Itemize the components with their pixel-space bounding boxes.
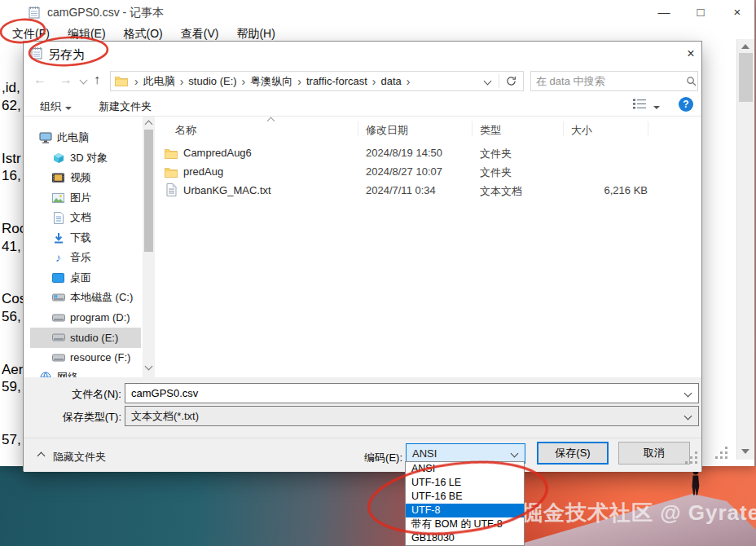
file-name: UrbanKG_MAC.txt (183, 184, 271, 196)
table-row[interactable]: UrbanKG_MAC.txt 2024/7/11 0:34 文本文档 6,21… (159, 182, 680, 200)
dialog-main-area: 此电脑 3D 对象 视频 图片 文档 下载 ♪ (24, 117, 701, 377)
save-button[interactable]: 保存(S) (537, 442, 609, 465)
sidebar-item-drive-e[interactable]: studio (E:) (30, 328, 141, 348)
network-icon (38, 371, 52, 377)
search-box[interactable] (530, 71, 698, 91)
caret-down-icon (653, 106, 660, 109)
dialog-resize-grip[interactable] (685, 461, 688, 464)
sidebar-item-videos[interactable]: 视频 (30, 168, 141, 188)
sidebar-item-drive-d[interactable]: program (D:) (30, 308, 141, 328)
chevron-up-icon[interactable] (37, 452, 46, 460)
breadcrumb-folder-2[interactable]: traffic-forcast (303, 75, 371, 87)
sidebar-scrollbar[interactable] (143, 117, 155, 377)
drive-windows-icon (51, 291, 65, 304)
scrollbar-thumb[interactable] (144, 130, 153, 252)
sidebar-item-music[interactable]: ♪ 音乐 (30, 248, 141, 268)
encoding-option-utf16le[interactable]: UTF-16 LE (406, 476, 524, 490)
sidebar-item-this-pc[interactable]: 此电脑 (30, 128, 141, 148)
savetype-dropdown[interactable]: 文本文档(*.txt) (125, 406, 699, 426)
maximize-button[interactable]: □ (687, 0, 714, 24)
minimize-button[interactable]: — (650, 0, 678, 24)
column-header-size[interactable]: 大小 (571, 123, 592, 138)
forward-icon[interactable]: → (59, 73, 73, 87)
address-bar[interactable]: › 此电脑 › studio (E:) › 粤澳纵向 › traffic-for… (110, 71, 524, 91)
scroll-down-icon[interactable] (145, 363, 153, 371)
sidebar-item-downloads[interactable]: 下载 (30, 228, 141, 249)
breadcrumb-this-pc[interactable]: 此电脑 (140, 74, 178, 89)
sidebar-item-drive-f[interactable]: resource (F:) (30, 348, 141, 368)
download-icon (51, 231, 65, 244)
window-resize-grip[interactable] (715, 456, 718, 459)
new-folder-button[interactable]: 新建文件夹 (99, 99, 152, 114)
chevron-down-icon[interactable] (684, 412, 692, 421)
drive-icon (51, 331, 65, 344)
encoding-label: 编码(E): (337, 451, 402, 465)
back-icon[interactable]: ← (33, 73, 46, 87)
folder-icon (114, 75, 128, 88)
encoding-option-utf16be[interactable]: UTF-16 BE (406, 490, 524, 504)
file-list: 名称 修改日期 类型 大小 CampredAug6 2024/8/19 14:5… (159, 117, 698, 377)
refresh-icon[interactable] (504, 75, 518, 88)
breadcrumb-separator: › (371, 75, 378, 88)
encoding-option-ansi[interactable]: ANSI (406, 462, 524, 476)
sidebar-item-desktop[interactable]: 桌面 (30, 268, 141, 288)
view-mode-button[interactable] (633, 99, 660, 112)
chevron-down-icon[interactable] (511, 450, 519, 458)
dialog-close-icon[interactable]: × (680, 45, 701, 63)
column-header-date[interactable]: 修改日期 (366, 123, 408, 138)
address-dropdown-chevron-icon[interactable] (484, 77, 492, 86)
breadcrumb-folder-data[interactable]: data (378, 75, 405, 87)
sidebar-item-pictures[interactable]: 图片 (30, 188, 141, 209)
encoding-option-utf8[interactable]: UTF-8 (406, 504, 524, 517)
scrollbar-thumb[interactable] (739, 53, 753, 102)
sidebar-item-documents[interactable]: 文档 (30, 208, 141, 228)
breadcrumb-separator: › (405, 75, 412, 88)
organize-button[interactable]: 组织 (40, 99, 72, 114)
savetype-value: 文本文档(*.txt) (125, 409, 685, 424)
scroll-up-icon[interactable] (741, 44, 749, 49)
table-row[interactable]: predAug 2024/8/27 10:07 文件夹 (159, 163, 680, 181)
encoding-value: ANSI (407, 447, 512, 460)
desktop-icon (51, 271, 65, 284)
encoding-option-gb18030[interactable]: GB18030 (406, 531, 524, 545)
close-button[interactable]: × (723, 0, 751, 24)
file-type: 文件夹 (480, 165, 512, 180)
music-icon: ♪ (51, 251, 65, 264)
chevron-down-icon[interactable] (684, 390, 692, 398)
column-header-name[interactable]: 名称 (175, 123, 196, 138)
menu-edit[interactable]: 编辑(E) (59, 27, 115, 42)
savetype-label: 保存类型(T): (24, 410, 121, 425)
column-header-type[interactable]: 类型 (480, 123, 501, 138)
sidebar-item-network[interactable]: 网络 (30, 368, 141, 377)
menu-view[interactable]: 查看(V) (172, 27, 228, 42)
sidebar-item-3d-objects[interactable]: 3D 对象 (30, 148, 141, 169)
breadcrumb-drive-e[interactable]: studio (E:) (185, 75, 240, 87)
hide-folders-button[interactable]: 隐藏文件夹 (53, 450, 106, 465)
up-icon[interactable]: ↑ (94, 73, 100, 87)
search-icon[interactable] (684, 75, 698, 88)
filename-combobox[interactable] (125, 383, 699, 403)
encoding-option-utf8bom[interactable]: 带有 BOM 的 UTF-8 (406, 517, 524, 531)
breadcrumb-folder-1[interactable]: 粤澳纵向 (247, 74, 296, 89)
file-date: 2024/8/19 14:50 (366, 147, 442, 159)
scroll-up-icon[interactable] (145, 121, 153, 129)
menu-file[interactable]: 文件(F) (3, 27, 59, 42)
table-row[interactable]: CampredAug6 2024/8/19 14:50 文件夹 (159, 144, 680, 162)
nav-history-chevron-icon[interactable] (80, 77, 88, 85)
documents-icon (51, 211, 65, 224)
notepad-titlebar: camGPS0.csv - 记事本 — □ × (0, 0, 754, 24)
help-button[interactable]: ? (679, 97, 693, 112)
scroll-down-icon[interactable] (741, 449, 749, 454)
file-name: predAug (183, 165, 223, 178)
notepad-app-icon (28, 6, 41, 19)
notepad-scrollbar[interactable] (736, 39, 754, 460)
menu-help[interactable]: 帮助(H) (227, 27, 284, 42)
filename-input[interactable] (125, 387, 685, 399)
cancel-button[interactable]: 取消 (618, 442, 690, 465)
menu-format[interactable]: 格式(O) (115, 27, 172, 42)
pictures-icon (51, 192, 65, 205)
caret-down-icon (65, 107, 72, 110)
computer-icon (38, 131, 52, 144)
sidebar-item-drive-c[interactable]: 本地磁盘 (C:) (30, 288, 141, 308)
search-input[interactable] (531, 75, 684, 87)
